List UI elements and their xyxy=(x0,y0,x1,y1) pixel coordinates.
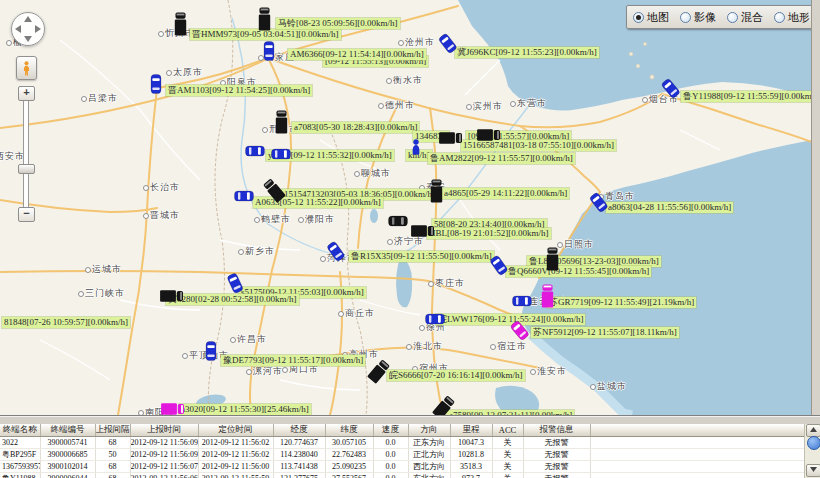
vehicle-label[interactable]: a4865[05-29 14:11:22][0.00km/h] xyxy=(442,188,569,199)
vehicle-label[interactable]: a7083[05-30 18:28:43][0.00km/h] xyxy=(292,122,419,133)
column-header[interactable]: 上报时间 xyxy=(130,424,198,437)
vehicle-marker-truck[interactable] xyxy=(546,247,559,275)
vehicle-marker-car[interactable] xyxy=(150,74,162,98)
table-scrollbar[interactable] xyxy=(804,424,820,478)
column-header[interactable]: 经度 xyxy=(273,424,325,437)
vehicle-marker-truck[interactable] xyxy=(435,132,463,145)
vehicle-label[interactable]: 马铃[08-23 05:09:56][0.00km/h] xyxy=(276,18,400,29)
vehicle-label[interactable]: 冀J696KC[09-12 11:55:23][0.00km/h] xyxy=(455,47,599,58)
cell: 68 xyxy=(95,461,130,473)
column-header[interactable] xyxy=(590,424,805,437)
vehicle-marker-car[interactable] xyxy=(421,313,445,325)
cell: 3900006685 xyxy=(40,449,95,461)
vehicle-label[interactable]: 晋AM1103[09-12 11:54:25][0.00km/h] xyxy=(166,85,312,96)
city-label: 太原市 xyxy=(166,66,203,79)
vehicle-marker-truck[interactable] xyxy=(407,225,435,238)
vehicle-label[interactable]: 皖S6666[07-20 16:16:14][0.00km/h] xyxy=(387,370,525,381)
cell: 3900006044 xyxy=(40,473,95,478)
vehicle-label[interactable]: 苏NF5912[09-12 11:55:07][18.11km/h] xyxy=(531,327,679,338)
city-dot-icon xyxy=(590,384,596,390)
cell: 113.741438 xyxy=(273,461,325,473)
map-canvas[interactable]: 榆林忻州市太原市阳泉市吕梁市石家庄沧州市衡水市德州市滨州市东营市烟台市邢台市聊城… xyxy=(0,0,820,415)
city-label: 盐城市 xyxy=(590,380,627,393)
layer-option-3[interactable]: 地形 xyxy=(774,10,810,25)
vehicle-label[interactable]: 冀6280[02-28 00:52:58][0.00km/h] xyxy=(166,294,299,305)
vehicle-marker-truck[interactable] xyxy=(430,179,443,207)
vehicle-marker-car[interactable] xyxy=(230,190,254,202)
city-label: 运城市 xyxy=(85,263,122,276)
vehicle-label[interactable]: 鲁Y11988[09-12 11:55:59][0.00km/h] xyxy=(681,91,820,102)
vehicle-marker-truck[interactable] xyxy=(157,403,185,416)
cell: 西北方向 xyxy=(408,461,450,473)
pan-control[interactable] xyxy=(11,12,45,46)
vehicle-marker-truck[interactable] xyxy=(275,110,288,138)
city-label: 东营市 xyxy=(510,97,547,110)
vehicle-marker-car[interactable] xyxy=(263,41,275,65)
radio-icon[interactable] xyxy=(633,12,644,23)
vehicle-marker-car[interactable] xyxy=(508,295,532,307)
vehicle-label[interactable]: AM6366[09-12 11:54:14][0.00km/h] xyxy=(288,49,426,60)
zoom-out-button[interactable]: − xyxy=(18,207,35,222)
column-header[interactable]: 报警信息 xyxy=(523,424,590,437)
vehicle-marker-car[interactable] xyxy=(205,341,217,365)
vehicle-label[interactable]: 81848[07-26 10:59:57][0.00km/h] xyxy=(2,317,130,328)
column-header[interactable]: 纬度 xyxy=(325,424,373,437)
city-label: 聊城市 xyxy=(354,167,391,180)
vehicle-label[interactable]: 鲁Q6660V[09-12 11:55:45][0.00km/h] xyxy=(506,266,651,277)
vehicle-label[interactable]: a3020[09-12 11:55:30][25.46km/h] xyxy=(179,404,311,415)
vehicle-label[interactable]: 15166587481[03-18 07:55:10][0.00km/h] xyxy=(461,140,616,151)
column-header[interactable]: ACC xyxy=(492,424,523,437)
radio-icon[interactable] xyxy=(774,12,785,23)
cell: 120.774637 xyxy=(273,437,325,449)
zoom-in-button[interactable]: + xyxy=(18,86,35,101)
cell: 37.552567 xyxy=(325,473,373,478)
pan-down-icon[interactable] xyxy=(24,36,32,42)
city-dot-icon xyxy=(490,344,496,350)
column-header[interactable]: 方向 xyxy=(408,424,450,437)
layer-option-1[interactable]: 影像 xyxy=(680,10,716,25)
scroll-down-button[interactable] xyxy=(806,464,820,477)
vehicle-marker-car[interactable] xyxy=(267,148,291,160)
vehicle-label[interactable]: 鲁AM2822[09-12 11:55:57][0.00km/h] xyxy=(428,153,575,164)
pan-up-icon[interactable] xyxy=(24,16,32,22)
radio-icon[interactable] xyxy=(727,12,738,23)
table-row[interactable]: 粤BP295F3900006685502012-09-12 11:56:0920… xyxy=(0,449,805,461)
vehicle-marker-truck[interactable] xyxy=(156,290,184,303)
city-dot-icon xyxy=(238,249,244,255)
table-row[interactable]: 30223900005741682012-09-12 11:56:092012-… xyxy=(0,437,805,449)
pan-left-icon[interactable] xyxy=(15,25,21,33)
column-header[interactable]: 里程 xyxy=(450,424,492,437)
radio-icon[interactable] xyxy=(680,12,691,23)
vehicle-marker-truck[interactable] xyxy=(258,7,271,35)
column-header[interactable]: 终端编号 xyxy=(40,424,95,437)
scroll-thumb[interactable] xyxy=(807,436,820,450)
zoom-slider-track[interactable] xyxy=(23,99,29,209)
vehicle-marker-car[interactable] xyxy=(241,145,265,157)
city-dot-icon xyxy=(354,171,360,177)
vehicle-label[interactable]: a7589[09-12 07:21:11][0.00km/h] xyxy=(447,410,574,415)
person-marker[interactable] xyxy=(411,139,421,159)
cell: 50 xyxy=(95,449,130,461)
zoom-slider-handle[interactable] xyxy=(18,164,35,174)
layer-option-0[interactable]: 地图 xyxy=(633,10,669,25)
column-header[interactable]: 定位时间 xyxy=(198,424,273,437)
pan-right-icon[interactable] xyxy=(35,25,41,33)
table-row[interactable]: 1367593957...3900102014682012-09-12 11:5… xyxy=(0,461,805,473)
vehicle-label[interactable]: 鲁R15X35[09-12 11:55:50][0.00km/h] xyxy=(349,251,494,262)
vehicle-label[interactable]: a8063[04-28 11:55:56][0.00km/h] xyxy=(606,202,733,213)
vehicle-marker-car[interactable] xyxy=(384,215,408,227)
pegman-button[interactable] xyxy=(16,56,37,80)
column-header[interactable]: 上报间隔 xyxy=(95,424,130,437)
table-row[interactable]: 鲁Y119883900006044682012-09-12 11:56:0620… xyxy=(0,473,805,478)
column-header[interactable]: 速度 xyxy=(373,424,408,437)
vehicle-label[interactable]: 苏GR7719[09-12 11:55:49][21.19km/h] xyxy=(547,297,696,308)
vehicle-label[interactable]: HBL[08-19 21:01:52][0.00km/h] xyxy=(427,228,551,239)
vehicle-marker-truck[interactable] xyxy=(174,12,187,40)
vehicle-label[interactable]: 豫DE7793[09-12 11:55:17][0.00km/h] xyxy=(221,355,365,366)
column-header[interactable]: 终端名称 xyxy=(0,424,40,437)
layer-option-2[interactable]: 混合 xyxy=(727,10,763,25)
vehicle-table: 终端名称终端编号上报间隔上报时间定位时间经度纬度速度方向里程ACC报警信息 30… xyxy=(0,424,806,478)
vehicle-marker-truck[interactable] xyxy=(473,129,501,142)
cell: 无报警 xyxy=(523,449,590,461)
vehicle-marker-truck[interactable] xyxy=(541,284,554,312)
